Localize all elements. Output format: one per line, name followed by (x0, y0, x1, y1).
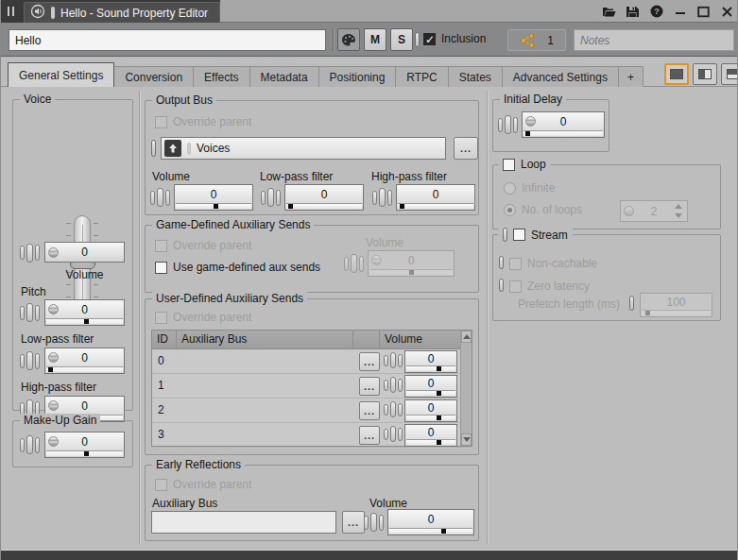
er-volume-slider-track[interactable] (389, 528, 472, 534)
inclusion-indicator-icon[interactable] (415, 32, 420, 47)
gdas-volume-indicator-icons[interactable] (344, 250, 364, 277)
aux-bus-browse-button[interactable]: ... (359, 401, 380, 420)
slider-marker[interactable] (409, 270, 414, 275)
aux-volume-indicator-icons[interactable] (384, 426, 403, 442)
slider-marker[interactable] (437, 391, 441, 396)
maximize-icon[interactable] (696, 5, 711, 19)
slider-marker[interactable] (288, 204, 293, 209)
layout-split-vertical-button[interactable] (693, 63, 717, 85)
object-name-input[interactable] (9, 29, 326, 51)
slider-marker[interactable] (84, 451, 89, 456)
col-header-volume[interactable]: Volume (380, 331, 459, 348)
notes-input[interactable] (574, 29, 734, 51)
er-volume-indicator-icons[interactable] (364, 509, 384, 535)
bus-volume-indicator-icons[interactable] (150, 184, 170, 211)
solo-button[interactable]: S (390, 28, 413, 51)
prefetch-indicator-icon[interactable] (629, 296, 634, 311)
tab-add-button[interactable]: + (618, 66, 644, 87)
bus-volume-slider-track[interactable] (176, 203, 251, 209)
table-scrollbar[interactable] (460, 331, 472, 446)
aux-volume-indicator-icons[interactable] (384, 352, 403, 368)
udas-override-checkbox[interactable]: Override parent (155, 311, 251, 324)
save-icon[interactable] (626, 5, 640, 19)
close-icon[interactable] (720, 5, 734, 19)
bus-volume-input[interactable]: 0 (174, 184, 253, 211)
color-palette-button[interactable] (337, 28, 360, 51)
mute-button[interactable]: M (364, 28, 386, 51)
use-game-defined-aux-sends-checkbox[interactable]: Use game-defined aux sends (155, 261, 320, 274)
tab-general-settings[interactable]: General Settings (8, 62, 114, 87)
gdas-volume-input[interactable]: 0 (368, 250, 455, 277)
editor-title-tab[interactable]: Hello - Sound Property Editor (24, 2, 220, 23)
aux-volume-indicator-icons[interactable] (384, 401, 403, 417)
loop-count-spinner[interactable]: 2 (620, 200, 688, 222)
voice-lpf-input[interactable]: 0 (44, 348, 125, 374)
slider-marker[interactable] (441, 529, 446, 534)
er-override-checkbox[interactable]: Override parent (155, 478, 251, 491)
sharesets-button[interactable]: 1 (507, 29, 566, 51)
aux-volume-input[interactable]: 0 (404, 399, 457, 422)
slider-marker[interactable] (645, 311, 650, 315)
aux-volume-input[interactable]: 0 (404, 375, 457, 398)
slider-marker[interactable] (400, 204, 404, 209)
inclusion-checkbox[interactable]: Inclusion (423, 32, 486, 45)
layout-split-horizontal-button[interactable] (721, 63, 738, 85)
tab-effects[interactable]: Effects (193, 66, 249, 87)
help-icon[interactable]: ? (649, 5, 663, 19)
pitch-indicator-icons[interactable] (20, 299, 40, 326)
aux-send-row-1[interactable]: 1 ... 0 (152, 374, 472, 399)
lpf-slider-track[interactable] (46, 366, 123, 372)
spinner-arrows[interactable] (672, 202, 685, 220)
aux-send-row-0[interactable]: 0 ... 0 (152, 349, 472, 374)
minimize-icon[interactable] (673, 5, 687, 19)
aux-bus-browse-button[interactable]: ... (359, 352, 380, 371)
prefetch-slider-track[interactable] (642, 310, 711, 315)
tab-metadata[interactable]: Metadata (249, 66, 319, 87)
tab-positioning[interactable]: Positioning (318, 66, 397, 87)
prefetch-length-input[interactable]: 100 (640, 293, 712, 317)
aux-bus-browse-button[interactable]: ... (359, 426, 380, 445)
delay-indicator-icons[interactable] (498, 111, 518, 138)
gdas-volume-slider-track[interactable] (369, 269, 453, 275)
aux-volume-indicator-icons[interactable] (384, 377, 403, 393)
layout-single-pane-button[interactable] (664, 63, 689, 85)
makeup-gain-input[interactable]: 0 (44, 432, 125, 458)
tab-advanced-settings[interactable]: Advanced Settings (502, 66, 619, 87)
voice-pitch-input[interactable]: 0 (44, 299, 125, 326)
makeup-indicator-icons[interactable] (20, 432, 40, 458)
output-bus-override-checkbox[interactable]: Override parent (155, 115, 251, 128)
voice-volume-input[interactable]: 0 (44, 242, 125, 263)
scroll-down-icon[interactable] (461, 433, 472, 446)
spin-up-icon[interactable] (675, 204, 682, 209)
loop-infinite-radio[interactable]: Infinite (504, 181, 555, 195)
open-folder-icon[interactable] (602, 5, 616, 19)
spin-down-icon[interactable] (675, 213, 682, 218)
non-cachable-indicator-icon[interactable] (499, 256, 504, 269)
tab-states[interactable]: States (448, 66, 503, 87)
aux-bus-browse-button[interactable]: ... (359, 377, 380, 396)
bus-hpf-slider-track[interactable] (398, 203, 473, 209)
slider-marker[interactable] (437, 440, 441, 445)
checkbox-check-icon[interactable] (423, 33, 436, 45)
bus-hpf-input[interactable]: 0 (396, 184, 475, 211)
tab-rtpc[interactable]: RTPC (395, 66, 448, 87)
slider-marker[interactable] (437, 366, 441, 371)
non-cachable-checkbox[interactable]: Non-cachable (509, 257, 597, 270)
output-bus-browse-button[interactable]: ... (454, 137, 478, 160)
stream-indicator-icon[interactable] (503, 228, 507, 242)
aux-volume-input[interactable]: 0 (404, 350, 457, 373)
slider-marker[interactable] (84, 319, 89, 324)
slider-marker[interactable] (525, 131, 530, 136)
er-volume-input[interactable]: 0 (387, 509, 474, 535)
aux-volume-slider-track[interactable] (406, 390, 455, 396)
zero-latency-checkbox[interactable]: Zero latency (509, 280, 590, 293)
bus-link-indicator-icon[interactable] (151, 140, 156, 157)
aux-volume-slider-track[interactable] (406, 365, 455, 371)
col-header-browse[interactable] (353, 331, 380, 348)
slider-marker[interactable] (437, 416, 441, 420)
delay-slider-track[interactable] (523, 130, 603, 136)
aux-send-row-3[interactable]: 3 ... 0 (152, 423, 472, 448)
gdas-override-checkbox[interactable]: Override parent (155, 239, 251, 252)
bus-lpf-indicator-icons[interactable] (261, 184, 281, 211)
zero-latency-indicator-icon[interactable] (499, 279, 504, 292)
